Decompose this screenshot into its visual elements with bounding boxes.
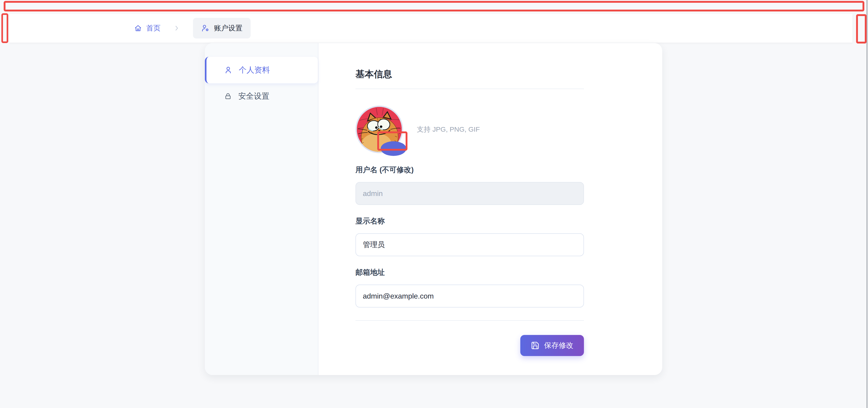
display-name-input[interactable] [355, 233, 584, 256]
sidebar-item-label: 个人资料 [239, 65, 270, 75]
username-label: 用户名 (不可修改) [355, 165, 584, 174]
home-icon [134, 24, 142, 32]
sidebar-item-security[interactable]: 安全设置 [205, 83, 318, 109]
basic-info-section: 基本信息 [318, 43, 662, 375]
section-title: 基本信息 [355, 68, 662, 81]
avatar[interactable] [355, 105, 403, 153]
annotation-box-top-bar [4, 1, 864, 11]
title-divider [355, 89, 584, 89]
save-button[interactable]: 保存修改 [520, 335, 584, 356]
breadcrumb-home-label: 首页 [146, 23, 160, 33]
chevron-right-icon [173, 25, 180, 32]
save-button-label: 保存修改 [544, 341, 574, 350]
settings-card: 个人资料 安全设置 基本信息 [205, 43, 662, 375]
breadcrumb-current-chip[interactable]: 账户设置 [193, 18, 251, 38]
user-gear-icon [201, 24, 210, 32]
floppy-disk-icon [531, 341, 539, 350]
annotation-box-left-edge [1, 13, 8, 43]
email-input[interactable] [355, 285, 584, 308]
avatar-row: 支持 JPG, PNG, GIF [355, 105, 662, 153]
account-settings-page: { "breadcrumb": { "home_label": "首页", "c… [0, 0, 868, 408]
username-input [355, 182, 584, 205]
avatar-format-hint: 支持 JPG, PNG, GIF [417, 125, 480, 134]
breadcrumb-home-link[interactable]: 首页 [134, 23, 160, 33]
display-name-label: 显示名称 [355, 216, 584, 225]
window-scrollbar[interactable] [866, 0, 868, 408]
form-divider [355, 320, 584, 321]
lock-icon [224, 92, 232, 100]
settings-sidebar: 个人资料 安全设置 [205, 43, 318, 375]
email-label: 邮箱地址 [355, 268, 584, 277]
sidebar-item-label: 安全设置 [238, 91, 270, 101]
sidebar-item-profile[interactable]: 个人资料 [205, 57, 318, 83]
user-icon [224, 66, 232, 74]
form-actions: 保存修改 [355, 335, 584, 356]
breadcrumb-bar: 首页 账户设置 [9, 14, 852, 42]
breadcrumb-current-label: 账户设置 [214, 23, 242, 33]
avatar-upload-badge[interactable] [381, 141, 406, 156]
annotation-box-right-edge [856, 14, 867, 43]
